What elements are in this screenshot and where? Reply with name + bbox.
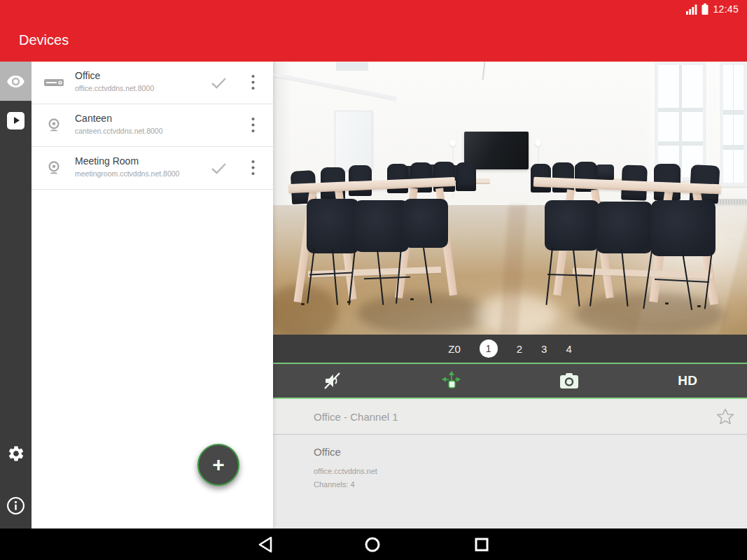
device-row-canteen[interactable]: Canteen canteen.cctvddns.net.8000	[32, 104, 273, 147]
ptz-button[interactable]	[430, 365, 472, 396]
scene-foot	[301, 303, 305, 305]
quality-button[interactable]: HD	[666, 365, 708, 396]
recents-icon	[473, 536, 490, 553]
mute-button[interactable]	[312, 365, 354, 396]
player-control-bar: HD	[273, 363, 747, 399]
snapshot-button[interactable]	[548, 365, 590, 396]
info-device-address: office.cctvddns.net	[314, 467, 377, 475]
scene-chair	[596, 164, 614, 180]
rail-item-live-view[interactable]	[0, 62, 32, 101]
device-row-text: Canteen canteen.cctvddns.net.8000	[75, 113, 163, 135]
scene-chair-seat	[307, 199, 359, 253]
scene-foot	[347, 301, 351, 303]
info-device-name: Office	[314, 446, 341, 458]
scene-window	[720, 62, 747, 186]
camera-icon	[43, 118, 65, 133]
back-button[interactable]	[256, 536, 274, 553]
eye-icon	[6, 72, 25, 91]
device-menu-kebab-icon[interactable]	[249, 157, 258, 181]
scene-wall-lamp	[535, 140, 541, 146]
selected-check-icon	[211, 77, 227, 92]
device-row-office[interactable]: Office office.cctvddns.net.8000	[32, 62, 273, 104]
device-name: Office	[75, 70, 154, 81]
home-icon	[364, 536, 381, 553]
star-icon[interactable]	[716, 408, 734, 428]
page-title: Devices	[19, 32, 69, 48]
scene-reflection	[357, 293, 490, 335]
home-button[interactable]	[363, 536, 381, 553]
device-name: Canteen	[75, 113, 163, 124]
dvr-icon	[43, 77, 65, 88]
zoom-label: Z0	[448, 343, 461, 355]
stream-title: Office - Channel 1	[314, 411, 398, 423]
back-icon	[258, 536, 273, 553]
info-icon	[6, 496, 25, 515]
scene-chair	[456, 162, 476, 191]
device-row-text: Office office.cctvddns.net.8000	[75, 70, 154, 92]
scene-foot	[665, 302, 669, 304]
scene-vent	[336, 62, 368, 71]
channel-selector-bar: Z0 1 2 3 4	[273, 335, 747, 363]
device-address: meetingroom.cctvddns.net.8000	[75, 169, 179, 178]
device-menu-kebab-icon[interactable]	[249, 114, 258, 139]
battery-icon	[701, 4, 708, 15]
scene-chair-seat	[651, 200, 715, 256]
channel-button-2[interactable]: 2	[517, 343, 522, 355]
gear-icon	[7, 444, 25, 463]
android-nav-bar	[0, 528, 747, 560]
app-screen: 12:45 Devices	[0, 0, 747, 560]
rail-item-about[interactable]	[0, 486, 32, 525]
device-row-meeting-room[interactable]: Meeting Room meetingroom.cctvddns.net.80…	[32, 147, 273, 190]
scene-chair-seat	[596, 202, 652, 253]
device-name: Meeting Room	[75, 155, 179, 167]
scene-chair-seat	[545, 200, 599, 251]
channel-button-3[interactable]: 3	[541, 343, 547, 355]
device-menu-kebab-icon[interactable]	[249, 71, 258, 96]
scene-foot	[697, 305, 701, 307]
info-channel-count: Channels: 4	[314, 480, 355, 489]
ptz-arrows-icon	[440, 370, 461, 391]
status-bar: 12:45	[686, 2, 739, 16]
muted-speaker-icon	[323, 371, 342, 391]
hd-label: HD	[678, 373, 697, 388]
play-icon	[7, 112, 25, 130]
scene-chair-seat	[403, 199, 448, 248]
stream-info-header: Office - Channel 1	[273, 399, 747, 435]
scene-foot	[410, 298, 414, 300]
camera-snapshot-icon	[559, 372, 580, 390]
player-area: Z0 1 2 3 4	[273, 62, 747, 528]
selected-check-icon	[211, 162, 227, 177]
device-address: canteen.cctvddns.net.8000	[75, 127, 163, 135]
scene-wall-lamp	[449, 140, 456, 146]
channel-button-1-active[interactable]: 1	[480, 340, 498, 358]
device-row-text: Meeting Room meetingroom.cctvddns.net.80…	[75, 155, 179, 178]
device-info-section: Office office.cctvddns.net Channels: 4	[273, 435, 747, 528]
scene-window	[655, 62, 706, 181]
signal-bars-icon	[686, 4, 697, 15]
live-video-feed[interactable]	[273, 62, 747, 335]
rail-item-playback[interactable]	[0, 101, 32, 140]
scene-whiteboard	[335, 111, 372, 171]
scene-window-sill	[720, 186, 747, 188]
app-header: 12:45 Devices	[0, 0, 747, 62]
channel-button-4[interactable]: 4	[566, 343, 571, 355]
device-address: office.cctvddns.net.8000	[75, 84, 154, 92]
rail-item-settings[interactable]	[0, 434, 32, 473]
add-device-button[interactable]: +	[197, 444, 239, 486]
recents-button[interactable]	[473, 536, 490, 553]
clock: 12:45	[713, 4, 739, 15]
left-rail	[0, 62, 32, 528]
camera-icon	[43, 160, 65, 176]
scene-chair-seat	[354, 200, 409, 252]
